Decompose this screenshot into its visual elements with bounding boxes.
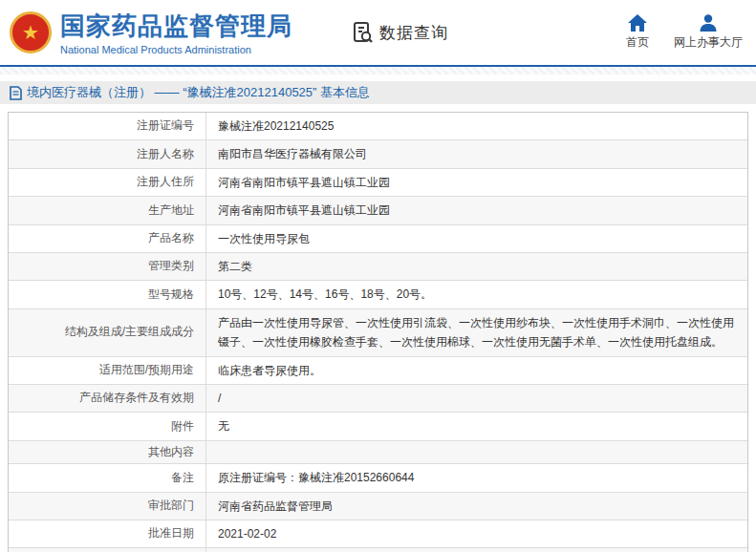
row-label: 型号规格 xyxy=(9,281,206,308)
row-value: 临床患者导尿使用。 xyxy=(206,357,747,384)
home-icon xyxy=(628,14,647,32)
table-row: 附件无 xyxy=(9,413,747,440)
table-row: 批准日期2021-02-02 xyxy=(9,520,747,548)
row-label: 生产地址 xyxy=(9,197,206,223)
row-value: 豫械注准20212140525 xyxy=(206,113,747,139)
row-label: 注册人名称 xyxy=(9,140,206,167)
table-row: 适用范围/预期用途临床患者导尿使用。 xyxy=(9,357,747,385)
table-row: 产品名称一次性使用导尿包 xyxy=(9,225,747,253)
site-subtitle: National Medical Products Administration xyxy=(60,44,292,55)
row-label: 产品名称 xyxy=(9,225,206,252)
table-row: 生产地址河南省南阳市镇平县遮山镇工业园 xyxy=(9,197,747,224)
row-value xyxy=(206,548,747,552)
quick-link-home[interactable]: 首页 xyxy=(626,14,649,51)
table-row: 产品储存条件及有效期/ xyxy=(9,385,747,413)
document-icon xyxy=(10,86,22,100)
row-value: 河南省南阳市镇平县遮山镇工业园 xyxy=(206,169,747,196)
decorative-hatch-band xyxy=(0,67,756,74)
row-label: 生效日期 xyxy=(9,548,206,552)
table-row: 注册人住所河南省南阳市镇平县遮山镇工业园 xyxy=(9,169,747,197)
row-value: 原注册证编号：豫械注准20152660644 xyxy=(206,464,747,491)
row-value: 10号、12号、14号、16号、18号、20号。 xyxy=(206,281,747,308)
page-title-bar: 境内医疗器械（注册） —— “豫械注准20212140525” 基本信息 xyxy=(0,81,756,104)
row-label: 注册证编号 xyxy=(9,113,206,139)
site-title: 国家药品监督管理局 xyxy=(60,10,292,43)
row-label: 产品储存条件及有效期 xyxy=(9,385,206,412)
row-value: 河南省南阳市镇平县遮山镇工业园 xyxy=(206,197,747,223)
row-label: 其他内容 xyxy=(9,441,206,464)
nav-data-query[interactable]: 数据查询 xyxy=(352,21,448,44)
header-quick-links: 首页 网上办事大厅 xyxy=(626,14,743,51)
table-row: 注册证编号豫械注准20212140525 xyxy=(9,113,747,140)
row-value: 河南省药品监督管理局 xyxy=(206,493,747,520)
china-national-emblem-icon: ★ xyxy=(10,11,52,53)
table-row: 管理类别第二类 xyxy=(9,253,747,281)
table-row: 生效日期 xyxy=(9,548,747,552)
table-row: 审批部门河南省药品监督管理局 xyxy=(9,493,747,520)
row-value: / xyxy=(206,385,747,412)
quick-link-service-hall[interactable]: 网上办事大厅 xyxy=(674,14,743,51)
table-row: 结构及组成/主要组成成分产品由一次性使用导尿管、一次性使用引流袋、一次性使用纱布… xyxy=(9,309,747,357)
row-value: 无 xyxy=(206,413,747,439)
table-row: 其他内容 xyxy=(9,441,747,465)
row-label: 备注 xyxy=(9,464,206,491)
row-label: 结构及组成/主要组成成分 xyxy=(9,309,206,356)
row-value: 2021-02-02 xyxy=(206,520,747,547)
row-value: 第二类 xyxy=(206,253,747,280)
row-label: 注册人住所 xyxy=(9,169,206,196)
doc-search-icon xyxy=(352,21,375,44)
row-label: 管理类别 xyxy=(9,253,206,280)
row-value xyxy=(206,441,747,464)
row-value: 南阳市昌华医疗器械有限公司 xyxy=(206,140,747,167)
row-label: 审批部门 xyxy=(9,493,206,520)
row-label: 适用范围/预期用途 xyxy=(9,357,206,384)
site-brand: ★ 国家药品监督管理局 National Medical Products Ad… xyxy=(10,10,292,55)
table-row: 注册人名称南阳市昌华医疗器械有限公司 xyxy=(9,140,747,168)
row-value: 产品由一次性使用导尿管、一次性使用引流袋、一次性使用纱布块、一次性使用手术洞巾、… xyxy=(206,309,747,356)
page-title: 境内医疗器械（注册） —— “豫械注准20212140525” 基本信息 xyxy=(27,84,370,101)
table-row: 型号规格10号、12号、14号、16号、18号、20号。 xyxy=(9,281,747,308)
row-label: 批准日期 xyxy=(9,520,206,547)
row-value: 一次性使用导尿包 xyxy=(206,225,747,252)
quick-link-label: 首页 xyxy=(626,34,649,51)
person-icon xyxy=(699,14,718,32)
row-label: 附件 xyxy=(9,413,206,439)
table-row: 备注原注册证编号：豫械注准20152660644 xyxy=(9,464,747,492)
quick-link-label: 网上办事大厅 xyxy=(674,34,743,51)
site-header: ★ 国家药品监督管理局 National Medical Products Ad… xyxy=(0,0,756,65)
data-query-label: 数据查询 xyxy=(379,22,448,44)
info-table: 注册证编号豫械注准20212140525注册人名称南阳市昌华医疗器械有限公司注册… xyxy=(8,112,748,552)
